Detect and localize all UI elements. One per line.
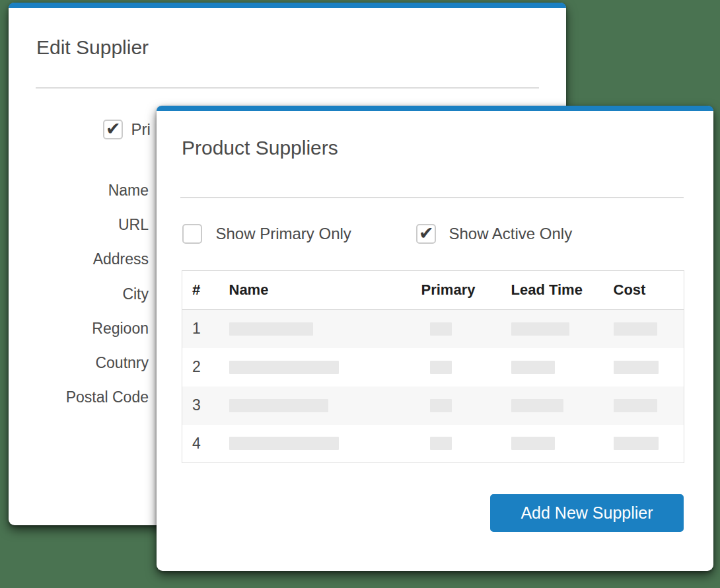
table-header-row: # Name Primary Lead Time Cost <box>182 271 684 310</box>
row-number: 1 <box>182 310 229 348</box>
primary-checkbox-label: Pri <box>131 120 150 139</box>
form-field-label: Postal Code <box>9 388 149 406</box>
name-placeholder <box>229 361 339 374</box>
row-number: 4 <box>182 425 229 463</box>
lead-time-placeholder <box>511 399 563 412</box>
form-field-label: Coutnry <box>9 353 149 372</box>
title-divider <box>36 87 539 89</box>
form-field-label: Name <box>9 181 149 200</box>
column-header-cost: Cost <box>614 271 684 310</box>
lead-time-placeholder <box>511 437 555 450</box>
table-row[interactable]: 4 <box>182 425 684 463</box>
show-active-only-checkbox[interactable]: ✔ <box>416 224 436 244</box>
dialog-accent-bar <box>9 3 566 8</box>
show-active-only-filter: ✔ Show Active Only <box>416 224 572 244</box>
cost-placeholder <box>614 399 657 412</box>
dialog-accent-bar <box>157 106 713 111</box>
check-icon: ✔ <box>106 119 121 139</box>
row-number: 3 <box>182 386 229 425</box>
form-field-label: Address <box>9 250 149 268</box>
name-placeholder <box>229 322 313 336</box>
row-number: 2 <box>182 348 229 386</box>
supplier-table-body: 1 2 3 4 <box>182 310 684 463</box>
table-row[interactable]: 1 <box>182 310 684 348</box>
show-primary-only-label: Show Primary Only <box>215 224 351 244</box>
name-placeholder <box>229 437 339 450</box>
add-new-supplier-button[interactable]: Add New Supplier <box>490 494 684 532</box>
show-active-only-label: Show Active Only <box>449 224 572 244</box>
cost-placeholder <box>614 361 659 374</box>
cost-placeholder <box>614 437 659 450</box>
show-primary-only-checkbox[interactable]: ✔ <box>182 224 202 244</box>
primary-placeholder <box>430 437 452 450</box>
lead-time-placeholder <box>511 361 555 374</box>
check-icon: ✔ <box>419 223 434 243</box>
show-primary-only-filter: ✔ Show Primary Only <box>182 224 351 244</box>
product-suppliers-title: Product Suppliers <box>182 136 338 160</box>
form-field-label: Regioon <box>9 319 149 338</box>
edit-supplier-title: Edit Supplier <box>36 36 149 59</box>
lead-time-placeholder <box>511 322 569 336</box>
table-row[interactable]: 3 <box>182 386 684 425</box>
form-field-label: City <box>9 285 149 303</box>
primary-placeholder <box>430 399 452 412</box>
primary-placeholder <box>430 361 452 374</box>
title-divider <box>180 197 684 198</box>
primary-checkbox[interactable]: ✔ <box>103 120 123 139</box>
column-header-number: # <box>182 271 229 310</box>
cost-placeholder <box>614 322 657 336</box>
table-row[interactable]: 2 <box>182 348 684 386</box>
primary-placeholder <box>430 322 452 336</box>
column-header-lead-time: Lead Time <box>511 271 614 310</box>
suppliers-table: # Name Primary Lead Time Cost 1 2 3 4 <box>182 270 684 463</box>
column-header-primary: Primary <box>421 271 511 310</box>
product-suppliers-dialog: Product Suppliers ✔ Show Primary Only ✔ … <box>157 106 713 571</box>
column-header-name: Name <box>229 271 421 310</box>
primary-checkbox-row: ✔ Pri <box>103 120 151 139</box>
name-placeholder <box>229 399 328 412</box>
form-field-label: URL <box>9 215 149 234</box>
